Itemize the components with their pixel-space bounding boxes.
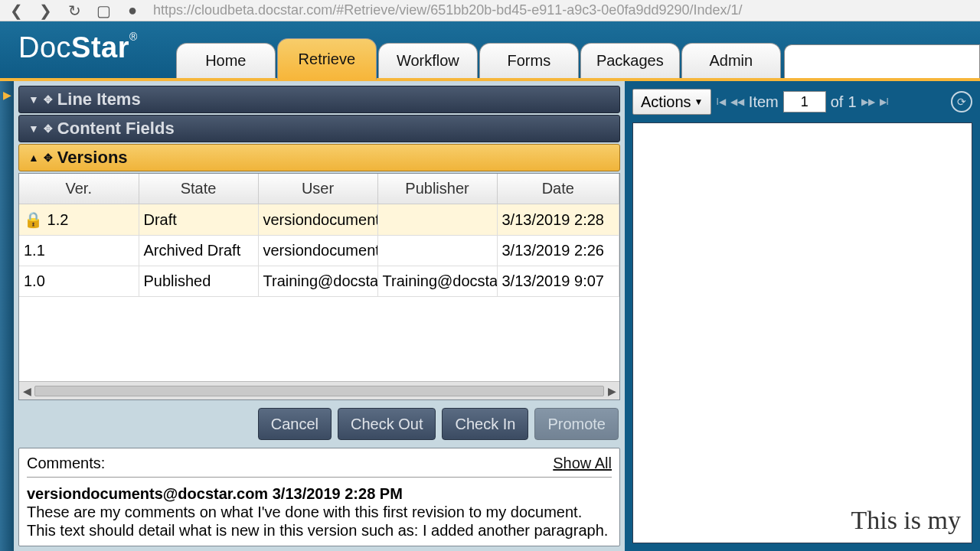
column-header[interactable]: State	[139, 174, 258, 204]
scroll-right-icon[interactable]: ▶	[604, 385, 619, 397]
table-cell: Archived Draft	[139, 236, 258, 266]
prev-page-icon[interactable]: ◀◀	[730, 96, 744, 107]
section-versions-label: Versions	[57, 148, 128, 168]
refresh-button[interactable]: ⟳	[951, 91, 972, 112]
chevron-down-icon: ▼	[28, 122, 39, 135]
viewer-toolbar: Actions ▼ I◀ ◀◀ Item of 1 ▶▶ ▶I ⟳	[632, 89, 972, 115]
tab-home[interactable]: Home	[176, 43, 276, 78]
tab-packages[interactable]: Packages	[580, 43, 680, 78]
section-line-items[interactable]: ▼ ✥ Line Items	[18, 86, 620, 113]
chevron-down-icon: ▼	[694, 96, 704, 107]
app-header: DocStar® HomeRetrieveWorkflowFormsPackag…	[0, 21, 980, 81]
column-header[interactable]: Publisher	[377, 174, 497, 204]
table-cell: versiondocument	[258, 236, 377, 266]
url-text: https://cloudbeta.docstar.com/#Retrieve/…	[153, 2, 972, 18]
comment-author: versiondocuments@docstar.com	[27, 485, 268, 502]
logo-reg: ®	[129, 31, 138, 43]
versions-panel: Ver.StateUserPublisherDate 🔒 1.2Draftver…	[18, 173, 620, 400]
comment-timestamp: 3/13/2019 2:28 PM	[273, 485, 403, 502]
item-pager: I◀ ◀◀ Item of 1 ▶▶ ▶I	[716, 91, 888, 112]
table-cell: 3/13/2019 2:28	[497, 204, 619, 236]
move-icon: ✥	[44, 122, 53, 135]
pager-of-label: of	[831, 93, 844, 111]
version-button-row: Cancel Check Out Check In Promote	[18, 402, 620, 446]
next-page-icon[interactable]: ▶▶	[861, 96, 875, 107]
show-all-link[interactable]: Show All	[553, 455, 612, 472]
section-versions[interactable]: ▲ ✥ Versions	[18, 144, 620, 171]
back-icon[interactable]: ❮	[8, 2, 24, 20]
pager-total: 1	[848, 93, 856, 111]
tabs-icon[interactable]: ▢	[95, 2, 112, 20]
section-content-fields-label: Content Fields	[57, 119, 175, 139]
table-cell: versiondocument	[258, 204, 377, 236]
browser-toolbar: ❮ ❯ ↻ ▢ ● https://cloudbeta.docstar.com/…	[0, 0, 980, 21]
tab-forms[interactable]: Forms	[479, 43, 579, 78]
table-cell: 1.1	[19, 236, 139, 266]
scroll-left-icon[interactable]: ◀	[19, 385, 34, 397]
logo: DocStar®	[18, 31, 138, 78]
table-hscroll[interactable]: ◀ ▶	[19, 381, 619, 399]
document-preview[interactable]: This is my	[632, 122, 972, 543]
scroll-track[interactable]	[34, 386, 604, 396]
table-cell: 3/13/2019 2:26	[497, 236, 619, 266]
versions-table: Ver.StateUserPublisherDate 🔒 1.2Draftver…	[19, 174, 619, 297]
left-collapse-handle[interactable]: ▶	[0, 81, 14, 551]
first-page-icon[interactable]: I◀	[716, 96, 725, 107]
table-cell: Training@docsta	[377, 266, 497, 297]
column-header[interactable]: Date	[497, 174, 619, 204]
table-cell	[377, 236, 497, 266]
column-header[interactable]: User	[258, 174, 377, 204]
tab-admin[interactable]: Admin	[681, 43, 781, 78]
cancel-button[interactable]: Cancel	[258, 408, 332, 440]
table-row[interactable]: 1.1Archived Draftversiondocument3/13/201…	[19, 236, 619, 266]
checkin-button[interactable]: Check In	[442, 408, 528, 440]
main-nav: HomeRetrieveWorkflowFormsPackagesAdmin	[176, 38, 782, 78]
table-header-row: Ver.StateUserPublisherDate	[19, 174, 619, 204]
actions-label: Actions	[641, 93, 691, 111]
reload-icon[interactable]: ↻	[66, 2, 83, 20]
table-cell	[377, 204, 497, 236]
app-body: ▶ ▼ ✥ Line Items ▼ ✥ Content Fields ▲ ✥ …	[0, 81, 980, 551]
table-row[interactable]: 🔒 1.2Draftversiondocument3/13/2019 2:28	[19, 204, 619, 236]
table-cell: 🔒 1.2	[19, 204, 139, 236]
table-cell: Draft	[139, 204, 258, 236]
ssl-icon: ●	[124, 2, 141, 19]
left-panel: ▼ ✥ Line Items ▼ ✥ Content Fields ▲ ✥ Ve…	[14, 81, 625, 551]
comments-panel: Comments: Show All versiondocuments@docs…	[18, 448, 620, 546]
section-content-fields[interactable]: ▼ ✥ Content Fields	[18, 115, 620, 142]
search-box[interactable]	[784, 44, 980, 78]
logo-part2: Star	[71, 31, 129, 64]
table-cell: 3/13/2019 9:07	[497, 266, 619, 297]
comment-header: versiondocuments@docstar.com 3/13/2019 2…	[27, 485, 612, 503]
chevron-down-icon: ▼	[28, 93, 39, 106]
chevron-up-icon: ▲	[28, 152, 39, 164]
doc-text-snippet: This is my	[851, 506, 961, 535]
pager-item-label: Item	[749, 93, 779, 111]
section-line-items-label: Line Items	[57, 90, 141, 109]
comment-body: These are my comments on what I've done …	[27, 503, 612, 540]
move-icon: ✥	[44, 93, 53, 106]
viewer-panel: Actions ▼ I◀ ◀◀ Item of 1 ▶▶ ▶I ⟳ This i…	[625, 81, 980, 551]
tab-workflow[interactable]: Workflow	[378, 43, 478, 78]
forward-icon[interactable]: ❯	[37, 2, 54, 20]
table-cell: Training@docsta	[258, 266, 377, 297]
promote-button[interactable]: Promote	[534, 408, 619, 440]
table-row[interactable]: 1.0PublishedTraining@docstaTraining@docs…	[19, 266, 619, 297]
last-page-icon[interactable]: ▶I	[880, 96, 889, 107]
comments-label: Comments:	[27, 455, 105, 471]
table-cell: Published	[139, 266, 258, 297]
table-cell: 1.0	[19, 266, 139, 297]
move-icon: ✥	[44, 152, 53, 164]
column-header[interactable]: Ver.	[19, 174, 139, 204]
actions-dropdown[interactable]: Actions ▼	[632, 89, 711, 115]
item-index-input[interactable]	[783, 91, 826, 112]
tab-retrieve[interactable]: Retrieve	[277, 38, 377, 80]
checkout-button[interactable]: Check Out	[338, 408, 436, 440]
logo-part1: Doc	[18, 31, 71, 64]
